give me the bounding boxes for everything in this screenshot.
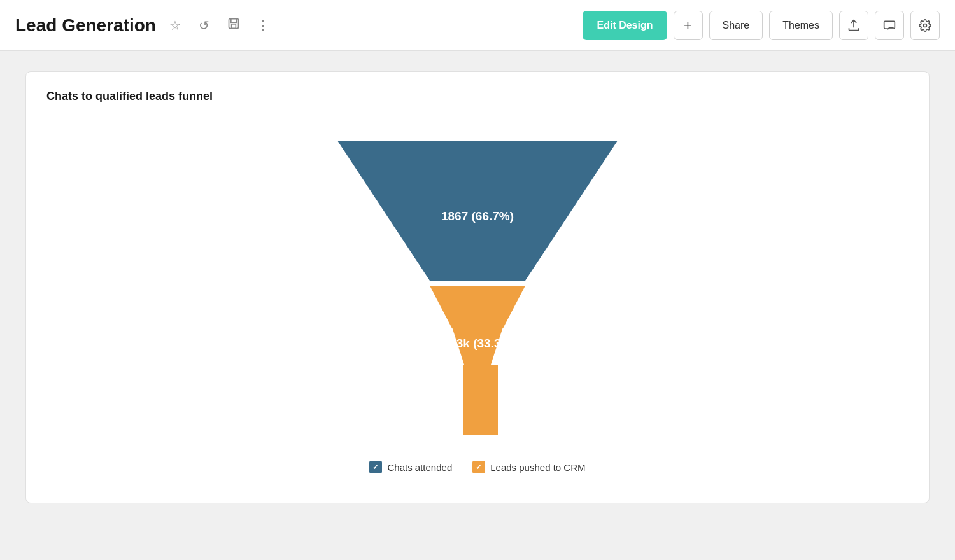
card-title: Chats to qualified leads funnel bbox=[46, 90, 909, 103]
star-icon: ☆ bbox=[169, 18, 181, 33]
refresh-icon: ↺ bbox=[199, 18, 209, 33]
save-button[interactable] bbox=[223, 15, 244, 36]
header: Lead Generation ☆ ↺ ⋮ Edit Design + Shar… bbox=[0, 0, 955, 51]
legend-label-chats: Chats attended bbox=[387, 462, 452, 473]
svg-rect-9 bbox=[463, 365, 498, 435]
funnel-card: Chats to qualified leads funnel 1867 (66… bbox=[25, 71, 930, 503]
more-icon: ⋮ bbox=[256, 17, 270, 34]
save-icon bbox=[227, 17, 240, 33]
svg-text:1.93k (33.3%): 1.93k (33.3%) bbox=[439, 337, 515, 350]
svg-rect-1 bbox=[231, 19, 236, 23]
svg-point-4 bbox=[924, 24, 927, 27]
legend-item-leads: ✓ Leads pushed to CRM bbox=[472, 461, 585, 473]
funnel-chart: 1867 (66.7%) 1.93k (33.3%) bbox=[46, 131, 909, 443]
svg-text:1867 (66.7%): 1867 (66.7%) bbox=[441, 209, 514, 223]
refresh-button[interactable]: ↺ bbox=[194, 15, 215, 36]
more-button[interactable]: ⋮ bbox=[253, 15, 273, 36]
header-left: Lead Generation ☆ ↺ ⋮ bbox=[15, 15, 583, 36]
legend-label-leads: Leads pushed to CRM bbox=[490, 462, 585, 473]
svg-rect-2 bbox=[232, 24, 236, 29]
header-right: Edit Design + Share Themes bbox=[583, 11, 940, 40]
edit-design-button[interactable]: Edit Design bbox=[583, 11, 667, 40]
main-content: Chats to qualified leads funnel 1867 (66… bbox=[0, 51, 955, 524]
export-button[interactable] bbox=[839, 11, 868, 40]
star-button[interactable]: ☆ bbox=[165, 15, 185, 36]
svg-marker-7 bbox=[430, 286, 525, 328]
funnel-container: 1867 (66.7%) 1.93k (33.3%) placeholder ✓… bbox=[46, 118, 909, 480]
settings-button[interactable] bbox=[910, 11, 940, 40]
legend-checkbox-chats: ✓ bbox=[369, 461, 382, 473]
themes-button[interactable]: Themes bbox=[769, 11, 833, 40]
share-button[interactable]: Share bbox=[709, 11, 763, 40]
comment-button[interactable] bbox=[875, 11, 904, 40]
add-button[interactable]: + bbox=[674, 11, 703, 40]
page-title: Lead Generation bbox=[15, 15, 156, 36]
legend-item-chats: ✓ Chats attended bbox=[369, 461, 452, 473]
legend-checkbox-leads: ✓ bbox=[472, 461, 485, 473]
chart-legend: ✓ Chats attended ✓ Leads pushed to CRM bbox=[369, 461, 585, 473]
